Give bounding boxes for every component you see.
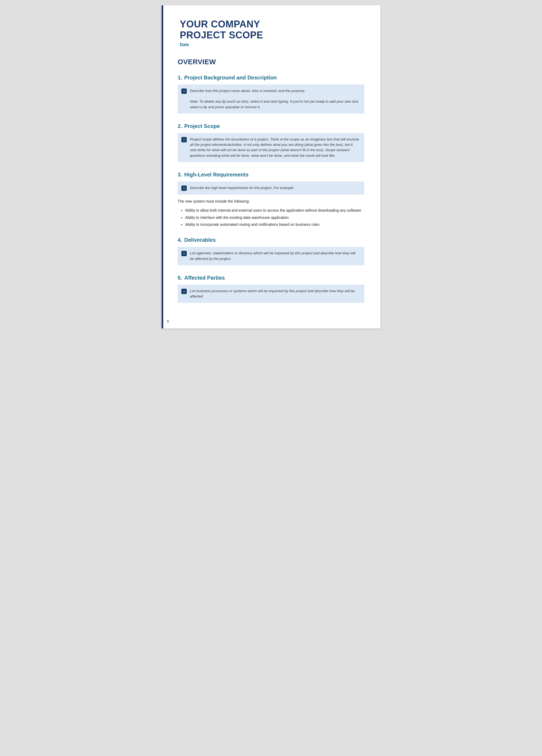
left-border-decoration [162, 5, 163, 328]
list-item: Ability to incorporate automated routing… [185, 222, 364, 227]
section-high-level-requirements: 3.High-Level Requirements i Describe the… [178, 172, 364, 228]
section-project-scope: 2.Project Scope i Project scope defines … [178, 123, 364, 162]
company-title: YOUR COMPANY PROJECT SCOPE [180, 19, 364, 41]
list-item: Ability to allow both internal and exter… [185, 207, 364, 213]
overview-heading: OVERVIEW [178, 58, 364, 66]
section-5-heading: 5.Affected Parties [178, 275, 364, 281]
section-5-info-box: i List business processes or systems whi… [178, 285, 364, 303]
section-5-number: 5. [178, 275, 182, 281]
section-4-info-text: List agencies, stakeholders or divisions… [190, 251, 360, 262]
section-3-title: High-Level Requirements [184, 172, 248, 178]
info-icon-4: i [181, 251, 187, 256]
overview-section: OVERVIEW [178, 58, 364, 66]
section-3-number: 3. [178, 172, 182, 178]
section-1-heading: 1.Project Background and Description [178, 75, 364, 81]
list-item: Ability to interface with the existing d… [185, 215, 364, 220]
page-container: YOUR COMPANY PROJECT SCOPE Date OVERVIEW… [162, 5, 380, 328]
section-1-title: Project Background and Description [184, 75, 277, 81]
section-3-heading: 3.High-Level Requirements [178, 172, 364, 178]
info-icon-3: i [181, 186, 187, 191]
company-title-line1: YOUR COMPANY [180, 19, 260, 30]
section-project-background: 1.Project Background and Description i D… [178, 75, 364, 114]
info-icon-1: i [181, 89, 187, 94]
section-2-number: 2. [178, 123, 182, 129]
section-1-info-text: Describe how this project came about, wh… [190, 88, 360, 110]
section-4-heading: 4.Deliverables [178, 237, 364, 243]
section-4-title: Deliverables [184, 237, 216, 243]
section-3-body-text: The new system must include the followin… [178, 198, 364, 204]
date-label: Date [180, 42, 364, 47]
document-header: YOUR COMPANY PROJECT SCOPE Date [178, 19, 364, 47]
section-deliverables: 4.Deliverables i List agencies, stakehol… [178, 237, 364, 265]
section-3-info-box: i Describe the high level requirements f… [178, 182, 364, 195]
section-5-info-text: List business processes or systems which… [190, 288, 360, 299]
section-2-info-box: i Project scope defines the boundaries o… [178, 133, 364, 162]
page-number: 1 [167, 319, 169, 323]
section-5-title: Affected Parties [184, 275, 225, 281]
section-1-number: 1. [178, 75, 182, 81]
section-3-bullet-list: Ability to allow both internal and exter… [185, 207, 364, 227]
info-icon-2: i [181, 137, 187, 142]
company-title-line2: PROJECT SCOPE [180, 30, 263, 41]
section-4-number: 4. [178, 237, 182, 243]
section-2-heading: 2.Project Scope [178, 123, 364, 129]
info-icon-5: i [181, 289, 187, 294]
section-affected-parties: 5.Affected Parties i List business proce… [178, 275, 364, 303]
section-4-info-box: i List agencies, stakeholders or divisio… [178, 247, 364, 265]
section-2-info-text: Project scope defines the boundaries of … [190, 137, 360, 158]
section-3-info-text: Describe the high level requirements for… [190, 185, 295, 191]
section-1-info-box: i Describe how this project came about, … [178, 85, 364, 114]
section-2-title: Project Scope [184, 123, 220, 129]
